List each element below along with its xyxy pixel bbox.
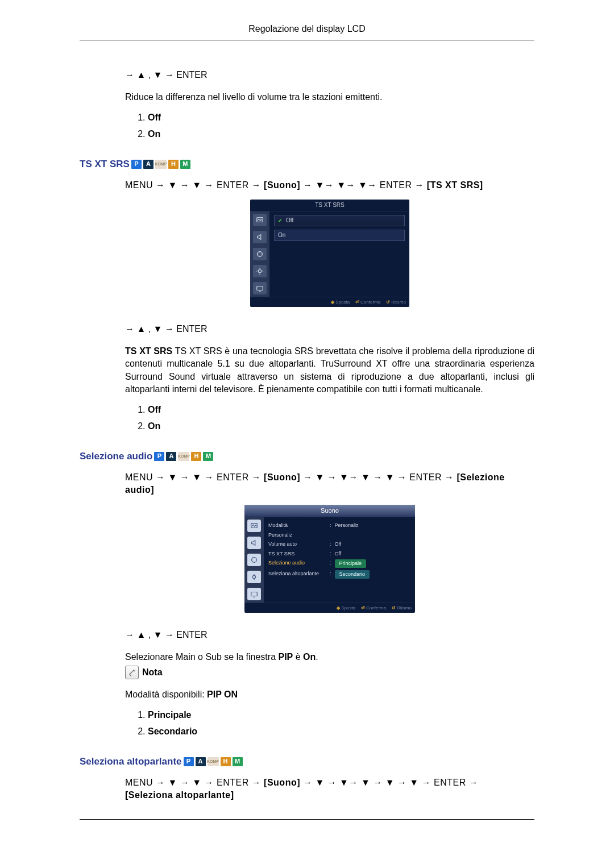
option-on: On	[148, 128, 534, 140]
osd-row-personaliz: Personaliz	[268, 530, 410, 540]
heading-text: Selezione audio	[80, 450, 152, 463]
svg-rect-7	[251, 592, 258, 596]
svg-rect-3	[257, 286, 263, 290]
ts-description: TS XT SRS TS XT SRS è una tecnologia SRS…	[125, 345, 534, 396]
option-on: On	[148, 420, 534, 433]
ts-osd-screenshot: TS XT SRS ✔Off On ◆Sposta	[125, 200, 534, 307]
osd-spinner-icon	[247, 554, 261, 566]
selaudio-description: Selezionare Main o Sub se la finestra PI…	[125, 651, 534, 663]
footer-divider	[80, 819, 534, 820]
page-header: Regolazione del display LCD	[80, 23, 534, 40]
section-selezione-audio: MENU → ▼ → ▼ → ENTER → [Suono] → ▼ → ▼→ …	[125, 471, 534, 738]
badge-p-icon: P	[131, 160, 142, 169]
nav-up-down-enter: → ▲ , ▼ → ENTER	[125, 69, 534, 81]
ts-options: Off On	[125, 404, 534, 433]
osd-settings-icon	[247, 571, 261, 583]
badge-komp-icon: KOMP	[208, 757, 219, 766]
option-secondario: Secondario	[148, 725, 534, 738]
volume-auto-description: Riduce la differenza nel livello di volu…	[125, 91, 534, 103]
badge-a-icon: A	[166, 452, 176, 461]
header-divider	[80, 40, 534, 40]
badge-komp-icon: KOMP	[178, 452, 189, 461]
check-icon: ✔	[278, 217, 283, 225]
option-off: Off	[148, 404, 534, 416]
svg-point-5	[252, 558, 257, 563]
selaudio-menu-path: MENU → ▼ → ▼ → ENTER → [Suono] → ▼ → ▼→ …	[125, 471, 534, 497]
badge-p-icon: P	[154, 452, 164, 461]
selaudio-osd-footer: ◆Sposta ⏎Conferma ↺Ritorno	[244, 603, 415, 613]
selaudio-osd-sidebar	[244, 517, 264, 603]
badge-a-icon: A	[196, 757, 206, 766]
osd-row-volume-auto: Volume auto: Off	[268, 539, 410, 549]
heading-selezione-audio: Selezione audio P A KOMP H M	[80, 450, 534, 463]
badge-a-icon: A	[143, 160, 154, 169]
ts-menu-path: MENU → ▼ → ▼ → ENTER → [Suono] → ▼→ ▼→ ▼…	[125, 179, 534, 192]
osd-row-selezione-audio: Selezione audio: Principale	[268, 558, 410, 569]
badge-komp-icon: KOMP	[155, 160, 167, 169]
selaudio-osd-panel: Modalità: Personaliz Personaliz Volume a…	[264, 517, 415, 603]
heading-seleziona-altoparlante: Seleziona altoparlante P A KOMP H M	[80, 755, 534, 769]
heading-text: TS XT SRS	[80, 157, 130, 171]
ts-osd-option-on: On	[274, 230, 405, 241]
ts-osd-title: TS XT SRS	[250, 200, 409, 211]
section-ts-xt-srs: MENU → ▼ → ▼ → ENTER → [Suono] → ▼→ ▼→ ▼…	[125, 179, 534, 433]
ts-osd: TS XT SRS ✔Off On ◆Sposta	[250, 200, 409, 307]
page: Regolazione del display LCD → ▲ , ▼ → EN…	[68, 23, 546, 854]
osd-picture-icon	[247, 520, 261, 532]
badge-m-icon: M	[233, 757, 243, 766]
badge-m-icon: M	[180, 160, 190, 169]
ts-osd-footer: ◆Sposta ⏎Conferma ↺Ritorno	[250, 297, 409, 307]
selaudio-osd-screenshot: Suono Modalità: Personaliz Personaliz Vo…	[125, 505, 534, 613]
note: Nota	[125, 666, 534, 679]
ts-osd-sidebar	[250, 211, 269, 297]
selaudio-osd-title: Suono	[244, 505, 415, 517]
osd-spinner-icon	[253, 248, 267, 260]
selaudio-options: Principale Secondario	[125, 709, 534, 738]
selaudio-modes: Modalità disponibili: PIP ON	[125, 688, 534, 701]
badge-p-icon: P	[184, 757, 194, 766]
heading-ts-xt-srs: TS XT SRS P A KOMP H M	[80, 157, 534, 171]
osd-input-icon	[247, 588, 261, 600]
osd-picture-icon	[253, 214, 267, 226]
osd-input-icon	[253, 282, 267, 294]
svg-point-2	[258, 270, 261, 273]
note-label: Nota	[142, 666, 163, 679]
osd-row-modalita: Modalità: Personaliz	[268, 521, 410, 530]
badge-h-icon: H	[221, 757, 231, 766]
osd-sound-icon	[253, 231, 267, 243]
osd-sound-icon	[247, 537, 261, 549]
badge-h-icon: H	[168, 160, 179, 169]
volume-auto-options: Off On	[125, 111, 534, 140]
selalt-menu-path: MENU → ▼ → ▼ → ENTER → [Suono] → ▼ → ▼→ …	[125, 776, 534, 802]
note-icon	[125, 666, 139, 679]
selaudio-osd: Suono Modalità: Personaliz Personaliz Vo…	[244, 505, 415, 613]
ts-osd-panel: ✔Off On	[269, 211, 409, 297]
section-volume-auto-continued: → ▲ , ▼ → ENTER Riduce la differenza nel…	[125, 69, 534, 140]
heading-text: Seleziona altoparlante	[80, 755, 182, 769]
osd-row-seleziona-altoparlante: Seleziona altoparlante: Secondario	[268, 569, 410, 580]
nav-up-down-enter: → ▲ , ▼ → ENTER	[125, 323, 534, 335]
section-seleziona-altoparlante: MENU → ▼ → ▼ → ENTER → [Suono] → ▼ → ▼→ …	[125, 776, 534, 802]
badge-m-icon: M	[203, 452, 213, 461]
ts-osd-option-off: ✔Off	[274, 215, 405, 226]
badge-h-icon: H	[191, 452, 201, 461]
svg-point-6	[252, 575, 255, 578]
option-principale: Principale	[148, 709, 534, 721]
option-off: Off	[148, 111, 534, 124]
osd-settings-icon	[253, 265, 267, 277]
nav-up-down-enter: → ▲ , ▼ → ENTER	[125, 629, 534, 641]
osd-row-ts: TS XT SRS: Off	[268, 549, 410, 559]
